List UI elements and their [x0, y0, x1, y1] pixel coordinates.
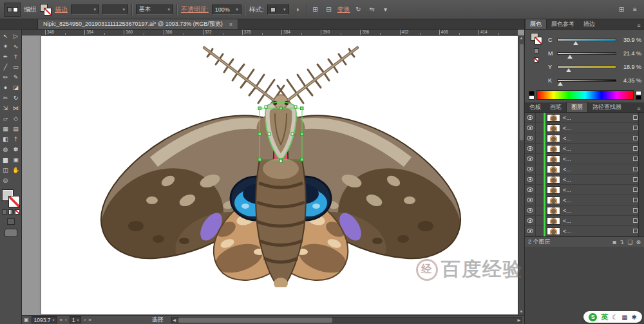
layer-row[interactable]: <...: [525, 175, 644, 185]
tool-gradient[interactable]: ◧: [1, 134, 11, 144]
selection-indicator[interactable]: [633, 218, 638, 223]
ime-toolbar[interactable]: S 英 ☾ ▦ ✱: [583, 311, 642, 323]
tool-lasso[interactable]: ∿: [11, 41, 21, 52]
slider-thumb[interactable]: [573, 41, 578, 45]
layer-row[interactable]: <...: [525, 185, 644, 195]
swatch-options-icon[interactable]: [534, 48, 539, 53]
tool-line-segment[interactable]: ╱: [1, 62, 11, 72]
layer-name[interactable]: <...: [560, 218, 633, 224]
align-icon[interactable]: ⊞: [310, 5, 321, 15]
gradient-button[interactable]: [8, 209, 14, 214]
selection-indicator[interactable]: [633, 198, 638, 202]
stroke-width-combo[interactable]: ▾: [71, 5, 99, 15]
tool-slice[interactable]: ◫: [1, 165, 11, 175]
black-white-swatches[interactable]: [529, 91, 535, 100]
visibility-toggle[interactable]: [525, 205, 536, 216]
visibility-toggle[interactable]: [525, 144, 536, 154]
opacity-combo[interactable]: 100% ▾: [212, 5, 242, 15]
layer-row[interactable]: <...: [525, 123, 644, 133]
tab-layers[interactable]: 图层: [566, 102, 588, 112]
artboard[interactable]: [41, 35, 522, 315]
layer-name[interactable]: <...: [560, 115, 633, 121]
variable-width-combo[interactable]: ▾: [102, 5, 128, 15]
tab-color-guide[interactable]: 颜色参考: [547, 19, 579, 29]
moth-artwork[interactable]: [91, 36, 471, 287]
color-button[interactable]: [2, 209, 7, 214]
layer-name[interactable]: <...: [560, 166, 633, 173]
lock-toggle[interactable]: [536, 123, 544, 133]
panel-menu-icon[interactable]: ≡: [634, 106, 644, 112]
layer-name[interactable]: <...: [560, 197, 633, 204]
layer-row[interactable]: <...: [525, 144, 644, 154]
tool-eraser[interactable]: ◪: [11, 82, 21, 93]
layer-row[interactable]: <...: [525, 113, 644, 123]
visibility-toggle[interactable]: [525, 123, 536, 133]
keyboard-icon[interactable]: ▦: [621, 314, 627, 321]
layer-row[interactable]: <...: [525, 154, 644, 164]
first-artboard-icon[interactable]: «: [60, 317, 62, 323]
layer-name[interactable]: <...: [560, 125, 633, 131]
style-combo[interactable]: ▾: [267, 5, 289, 15]
selection-indicator[interactable]: [633, 187, 638, 192]
last-artboard-icon[interactable]: »: [88, 317, 91, 323]
channel-value[interactable]: 4.35 %: [620, 77, 641, 84]
selection-indicator[interactable]: [633, 177, 638, 182]
selection-indicator[interactable]: [633, 115, 638, 120]
layer-name[interactable]: <...: [560, 207, 633, 214]
tool-zoom[interactable]: ◎: [1, 175, 11, 186]
visibility-toggle[interactable]: [525, 133, 536, 144]
layer-row[interactable]: <...: [525, 226, 644, 236]
none-button[interactable]: [15, 209, 20, 214]
tab-color[interactable]: 颜色: [525, 19, 547, 29]
selection-indicator[interactable]: [633, 208, 638, 213]
ime-logo-icon[interactable]: S: [589, 313, 597, 321]
yellow-slider[interactable]: [557, 66, 616, 68]
cyan-slider[interactable]: [557, 39, 616, 41]
visibility-toggle[interactable]: [525, 185, 536, 195]
tool-free-transform[interactable]: ▱: [1, 113, 11, 124]
tool-mesh[interactable]: ▤: [11, 124, 21, 134]
selection-indicator[interactable]: [633, 167, 638, 171]
tool-rotate[interactable]: ↻: [11, 93, 21, 103]
black-swatch[interactable]: [529, 91, 535, 95]
tool-type[interactable]: T: [11, 52, 21, 62]
panel-menu-icon[interactable]: ≡: [630, 5, 640, 15]
new-sublayer-icon[interactable]: ↴: [620, 239, 625, 245]
color-spectrum[interactable]: [536, 90, 634, 100]
tool-scissors[interactable]: ✂: [1, 93, 11, 103]
magenta-slider[interactable]: [557, 52, 616, 55]
visibility-toggle[interactable]: [525, 154, 536, 164]
visibility-toggle[interactable]: [525, 216, 536, 226]
tool-blend[interactable]: ◍: [1, 144, 11, 155]
tool-scale[interactable]: ⇲: [1, 103, 11, 113]
scroll-down-icon[interactable]: ▼: [520, 309, 524, 315]
tool-perspective-grid[interactable]: ▦: [1, 124, 11, 134]
visibility-toggle[interactable]: [525, 195, 536, 205]
screen-mode-button[interactable]: [5, 229, 17, 237]
transform-link[interactable]: 变换: [337, 5, 350, 14]
ime-mode-toggle[interactable]: 英: [601, 312, 608, 322]
new-layer-icon[interactable]: ❏: [627, 239, 632, 245]
vertical-scrollbar[interactable]: ▲ ▼: [518, 35, 524, 315]
scroll-left-icon[interactable]: ◀: [172, 318, 178, 322]
white-swatch[interactable]: [529, 95, 535, 100]
delete-layer-icon[interactable]: ⊗: [636, 239, 641, 245]
black-slider[interactable]: [557, 79, 616, 82]
tool-rectangle[interactable]: ▭: [11, 62, 21, 72]
horizontal-scrollbar[interactable]: ◀ ▶: [171, 317, 522, 323]
document-tab[interactable]: Nipic_8254950_20190311111253670197.ai* @…: [37, 19, 238, 29]
recolor-artwork-icon[interactable]: ◑: [292, 5, 303, 15]
tab-swatches[interactable]: 色板: [525, 102, 545, 112]
moon-icon[interactable]: ☾: [612, 314, 618, 321]
zoom-combo[interactable]: 1093.7 ▾: [32, 316, 57, 323]
make-mask-icon[interactable]: ◙: [612, 239, 616, 245]
layer-row[interactable]: <...: [525, 195, 644, 205]
black-swatch[interactable]: [636, 95, 641, 100]
lock-toggle[interactable]: [536, 216, 544, 226]
hscroll-thumb[interactable]: [178, 318, 332, 323]
lock-toggle[interactable]: [536, 185, 544, 195]
canvas-area[interactable]: 348 354 360 366 372 378 384 390 396 402 …: [22, 30, 524, 315]
lock-toggle[interactable]: [536, 226, 544, 236]
opacity-link[interactable]: 不透明度:: [181, 5, 209, 14]
layer-name[interactable]: <...: [560, 156, 633, 162]
